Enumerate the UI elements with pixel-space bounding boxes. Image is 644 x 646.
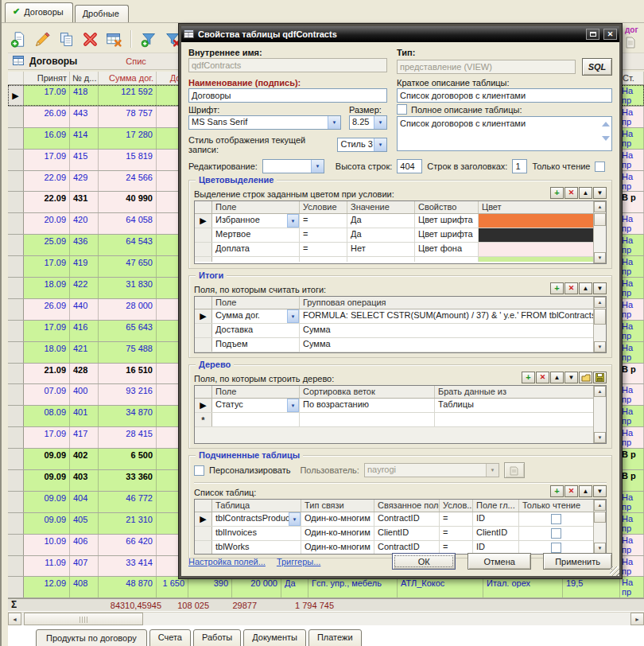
add-row-icon[interactable]: + [550, 485, 564, 497]
add-row-icon[interactable]: + [550, 282, 564, 294]
move-down-icon[interactable]: ▼ [593, 282, 607, 294]
fields-setup-link[interactable]: Настройка полей... [188, 557, 266, 566]
grid-column-header[interactable]: Только чтение [519, 500, 594, 512]
row-selector[interactable] [8, 427, 24, 448]
grid-row[interactable]: ▶Сумма дог.▼FORMULA: SELECT CSTR(SUM(Amo… [195, 309, 606, 324]
copy-record-icon[interactable] [56, 29, 76, 49]
scrollbar-thumb[interactable] [24, 613, 143, 625]
delete-row-icon[interactable]: ✕ [536, 372, 549, 383]
row-selector[interactable] [8, 364, 24, 384]
scroll-up-icon[interactable]: ▲ [594, 297, 606, 308]
personalize-checkbox[interactable] [194, 465, 204, 476]
grid-cell[interactable]: Да [347, 228, 415, 242]
scroll-left-icon[interactable]: ◄ [8, 613, 21, 625]
apply-button[interactable]: Применить [543, 553, 612, 570]
move-down-icon[interactable]: ▼ [593, 485, 607, 497]
row-selector[interactable] [8, 107, 24, 127]
grid-cell[interactable] [435, 413, 594, 426]
edit-record-icon[interactable] [32, 29, 52, 49]
grid-cell[interactable]: ID [473, 512, 519, 526]
grid-column-header[interactable]: Групповая операция [300, 297, 594, 309]
scroll-down-icon[interactable] [602, 136, 610, 141]
grid-cell[interactable] [479, 228, 594, 242]
vertical-scrollbar[interactable]: ▲▼ [593, 201, 606, 263]
grid-column-header[interactable]: Свойство [415, 201, 479, 213]
grid-cell[interactable] [519, 527, 594, 540]
tab-dogovory[interactable]: ✔ Договоры [5, 2, 73, 22]
row-selector[interactable] [8, 256, 24, 277]
grid-row-selector[interactable]: ▶ [195, 399, 212, 412]
row-selector[interactable] [8, 342, 24, 363]
bottom-tab-2[interactable]: Счета [149, 629, 191, 646]
caption-field[interactable]: Договоры [188, 88, 387, 103]
column-header[interactable]: Принят [24, 72, 70, 84]
grid-column-header[interactable]: Поле [212, 386, 300, 398]
tree-grid[interactable]: ПолеСортировка ветокБрать данные из▶Стат… [194, 385, 607, 444]
grid-row-selector[interactable]: * [195, 413, 212, 426]
grid-cell[interactable]: Доплата [212, 243, 300, 256]
row-selector[interactable] [8, 556, 24, 577]
grid-row[interactable]: * [195, 413, 606, 427]
grid-cell[interactable] [479, 214, 594, 228]
delete-record-icon[interactable] [80, 29, 100, 49]
grid-cell[interactable]: Цвет шрифта [415, 214, 479, 228]
subtables-grid[interactable]: ТаблицаТип связиСвязанное полеУслов...По… [194, 499, 607, 555]
grid-cell[interactable] [212, 413, 300, 426]
grid-row-selector[interactable] [195, 324, 212, 337]
add-row-icon[interactable]: + [550, 187, 564, 199]
grid-cell[interactable]: Один-ко-многим [301, 527, 374, 540]
scroll-up-icon[interactable] [602, 122, 610, 126]
delete-table-icon[interactable] [103, 29, 124, 49]
move-up-icon[interactable]: ▲ [579, 485, 592, 497]
row-selector[interactable] [8, 577, 24, 597]
bottom-tab-3[interactable]: Работы [193, 629, 241, 646]
grid-cell[interactable]: = [300, 228, 347, 242]
dialog-title-bar[interactable]: Свойства таблицы qdfContracts ✕ [181, 26, 619, 42]
grid-row[interactable]: ▶Статус▼По возрастаниюТаблицы [195, 399, 606, 413]
move-up-icon[interactable]: ▲ [579, 187, 592, 199]
scrollbar-thumb[interactable] [594, 309, 606, 325]
grid-row-selector[interactable]: ▶ [195, 512, 212, 526]
scroll-up-icon[interactable]: ▲ [594, 201, 606, 212]
vertical-scrollbar[interactable]: ▲▼ [593, 297, 606, 352]
edit-mode-select[interactable]: ▼ [262, 159, 324, 173]
totals-grid[interactable]: ПолеГрупповая операция▶Сумма дог.▼FORMUL… [194, 296, 607, 353]
row-selector[interactable] [8, 492, 24, 512]
grid-cell[interactable] [300, 413, 435, 426]
row-selector[interactable] [8, 406, 24, 426]
grid-cell[interactable]: Сумма [300, 324, 594, 337]
chevron-down-icon[interactable]: ▼ [287, 399, 299, 412]
grid-column-header[interactable]: Поле [212, 297, 300, 309]
grid-cell[interactable]: ClientID [473, 527, 519, 540]
readonly-checkbox[interactable] [551, 514, 561, 524]
color-rules-grid[interactable]: ПолеУсловиеЗначениеСвойствоЦвет▶Избранно… [194, 200, 607, 264]
grid-cell[interactable]: Подъем [212, 338, 300, 352]
column-header[interactable]: Сумма дог. [99, 72, 157, 84]
bottom-tab-5[interactable]: Платежи [308, 629, 362, 646]
grid-row[interactable]: ПодъемСумма [195, 338, 606, 352]
grid-cell[interactable]: По возрастанию [300, 399, 435, 412]
row-height-field[interactable]: 404 [397, 159, 422, 173]
grid-cell[interactable]: tblContractsProduct:▼ [212, 512, 301, 526]
grid-cell[interactable]: ClientID [374, 527, 440, 540]
open-folder-icon[interactable] [579, 372, 592, 383]
save-icon[interactable] [593, 372, 607, 383]
horizontal-scrollbar[interactable]: ◄ ► [8, 612, 644, 625]
grid-row[interactable]: ▶tblContractsProduct:▼Один-ко-многимCont… [195, 512, 606, 527]
grid-column-header[interactable]: Связанное поле [374, 500, 440, 512]
row-selector[interactable] [8, 384, 24, 405]
move-up-icon[interactable]: ▲ [579, 282, 592, 294]
grid-cell[interactable]: Сумма дог.▼ [212, 309, 300, 323]
add-row-icon[interactable]: + [522, 372, 535, 383]
delete-row-icon[interactable]: ✕ [564, 485, 578, 497]
add-record-icon[interactable] [8, 29, 29, 49]
grid-row[interactable]: tblInvoicesОдин-ко-многимClientID=Client… [195, 527, 606, 541]
scroll-up-icon[interactable]: ▲ [594, 386, 606, 397]
sql-button[interactable]: SQL [582, 58, 612, 76]
grid-cell[interactable]: Избранное▼ [212, 214, 300, 228]
column-header-status[interactable]: Ст. [620, 72, 644, 84]
grid-cell[interactable]: Нет [347, 243, 415, 256]
grid-column-header[interactable]: Брать данные из [435, 386, 594, 398]
grid-cell[interactable]: ContractID [374, 512, 440, 526]
move-down-icon[interactable]: ▼ [593, 187, 607, 199]
